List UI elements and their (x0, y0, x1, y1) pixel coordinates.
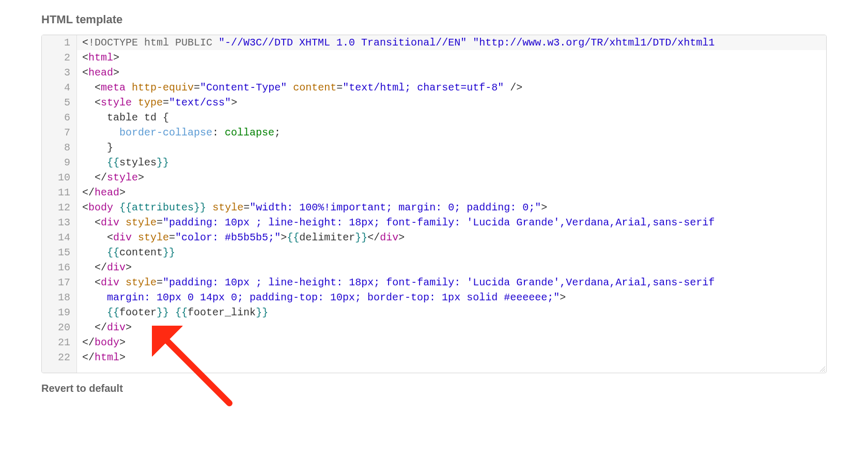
line-number: 6 (42, 110, 77, 125)
code-content[interactable]: </head> (77, 185, 126, 200)
code-content[interactable]: </body> (77, 335, 126, 350)
line-number: 5 (42, 95, 77, 110)
code-line[interactable]: 6 table td { (42, 110, 826, 125)
line-number: 21 (42, 335, 77, 350)
line-number: 3 (42, 65, 77, 80)
code-line[interactable]: 12<body {{attributes}} style="width: 100… (42, 200, 826, 215)
code-content[interactable] (77, 365, 82, 373)
code-line[interactable]: 2<html> (42, 50, 826, 65)
line-number: 7 (42, 125, 77, 140)
svg-line-2 (824, 371, 825, 372)
line-number: 19 (42, 305, 77, 320)
code-content[interactable]: </html> (77, 350, 126, 365)
line-number: 14 (42, 230, 77, 245)
code-content[interactable]: <div style="padding: 10px ; line-height:… (77, 215, 715, 230)
code-content[interactable]: <meta http-equiv="Content-Type" content=… (77, 80, 522, 95)
line-number: 1 (42, 35, 77, 50)
code-content[interactable]: border-collapse: collapse; (77, 125, 281, 140)
code-line[interactable]: 17 <div style="padding: 10px ; line-heig… (42, 275, 826, 290)
line-number: 22 (42, 350, 77, 365)
code-content[interactable]: <!DOCTYPE html PUBLIC "-//W3C//DTD XHTML… (77, 35, 715, 50)
line-number: 15 (42, 245, 77, 260)
code-line[interactable]: 8 } (42, 140, 826, 155)
code-content[interactable]: {{content}} (77, 245, 175, 260)
code-line[interactable]: 15 {{content}} (42, 245, 826, 260)
code-line[interactable]: 13 <div style="padding: 10px ; line-heig… (42, 215, 826, 230)
code-line[interactable]: 1<!DOCTYPE html PUBLIC "-//W3C//DTD XHTM… (42, 35, 826, 50)
section-title: HTML template (41, 13, 827, 26)
line-number: 16 (42, 260, 77, 275)
template-editor-section: HTML template 1<!DOCTYPE html PUBLIC "-/… (0, 0, 868, 394)
line-number: 8 (42, 140, 77, 155)
code-line-empty[interactable] (42, 365, 826, 373)
line-number: 4 (42, 80, 77, 95)
code-content[interactable]: <body {{attributes}} style="width: 100%!… (77, 200, 547, 215)
code-content[interactable]: </div> (77, 320, 132, 335)
code-line[interactable]: 4 <meta http-equiv="Content-Type" conten… (42, 80, 826, 95)
code-content[interactable]: <html> (77, 50, 119, 65)
code-content[interactable]: </style> (77, 170, 144, 185)
code-content[interactable]: {{styles}} (77, 155, 169, 170)
code-content[interactable]: } (77, 140, 113, 155)
code-content[interactable]: table td { (77, 110, 169, 125)
line-number (42, 365, 77, 373)
code-line[interactable]: 21</body> (42, 335, 826, 350)
code-line[interactable]: 3<head> (42, 65, 826, 80)
code-editor[interactable]: 1<!DOCTYPE html PUBLIC "-//W3C//DTD XHTM… (41, 35, 827, 373)
code-content[interactable]: </div> (77, 260, 132, 275)
code-line[interactable]: 14 <div style="color: #b5b5b5;">{{delimi… (42, 230, 826, 245)
code-content[interactable]: <head> (77, 65, 119, 80)
code-line[interactable]: 22</html> (42, 350, 826, 365)
code-line[interactable]: 20 </div> (42, 320, 826, 335)
line-number: 2 (42, 50, 77, 65)
code-line[interactable]: 19 {{footer}} {{footer_link}} (42, 305, 826, 320)
code-line[interactable]: 16 </div> (42, 260, 826, 275)
line-number: 9 (42, 155, 77, 170)
line-number: 20 (42, 320, 77, 335)
revert-to-default-link[interactable]: Revert to default (41, 383, 123, 394)
code-line[interactable]: 9 {{styles}} (42, 155, 826, 170)
code-content[interactable]: <div style="color: #b5b5b5;">{{delimiter… (77, 230, 405, 245)
line-number: 10 (42, 170, 77, 185)
code-content[interactable]: {{footer}} {{footer_link}} (77, 305, 268, 320)
code-content[interactable]: margin: 10px 0 14px 0; padding-top: 10px… (77, 290, 566, 305)
resize-handle-icon[interactable] (819, 365, 825, 372)
line-number: 12 (42, 200, 77, 215)
line-number: 13 (42, 215, 77, 230)
code-line[interactable]: 5 <style type="text/css"> (42, 95, 826, 110)
line-number: 11 (42, 185, 77, 200)
code-line[interactable]: 7 border-collapse: collapse; (42, 125, 826, 140)
code-line[interactable]: 18 margin: 10px 0 14px 0; padding-top: 1… (42, 290, 826, 305)
code-line[interactable]: 10 </style> (42, 170, 826, 185)
line-number: 18 (42, 290, 77, 305)
code-content[interactable]: <style type="text/css"> (77, 95, 237, 110)
code-content[interactable]: <div style="padding: 10px ; line-height:… (77, 275, 715, 290)
line-number: 17 (42, 275, 77, 290)
code-line[interactable]: 11</head> (42, 185, 826, 200)
